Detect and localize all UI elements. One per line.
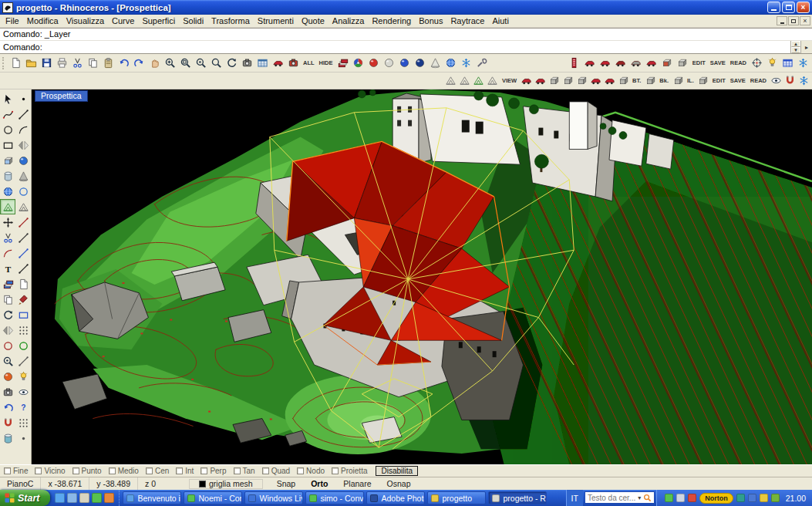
rhino-app-icon[interactable] [2,2,13,13]
mesh-a-button[interactable] [444,74,458,88]
select-tool[interactable] [0,91,15,106]
cube-row2-2-button[interactable] [561,74,574,88]
car-gray-button[interactable] [628,56,644,71]
car-red-4-button[interactable] [644,56,659,71]
curve-tool[interactable] [0,106,15,122]
osnap-int[interactable]: Int [176,467,194,475]
osnap-int-checkbox[interactable] [176,467,183,474]
snowflake-2-button[interactable] [795,56,810,71]
cube-row2-7-button[interactable] [696,74,710,88]
line-segment-tool[interactable] [15,214,31,230]
cube-row2-4-button[interactable] [616,74,630,88]
cylinder-tool[interactable] [0,168,15,184]
toolbar-grip[interactable] [2,57,5,69]
view-label[interactable]: VIEW [500,77,519,84]
rotate-tool[interactable] [0,307,15,322]
taskbar-task-progetto-folder[interactable]: progetto [427,491,486,504]
dimension-tool[interactable] [15,261,31,276]
mesh-box-tool[interactable] [15,199,31,214]
cube-gray-button[interactable] [675,56,690,71]
color-wheel-button[interactable] [351,56,366,71]
cube-red-button[interactable] [659,56,675,71]
taskbar-task-noemi[interactable]: Noemi - Con... [184,491,242,504]
command-history-spinner[interactable]: ▲▼ [790,41,800,53]
light-tool[interactable] [15,369,31,384]
read-label[interactable]: READ [728,59,749,66]
osnap-tan-checkbox[interactable] [234,467,241,474]
car-red-3-button[interactable] [613,56,628,71]
osnap-punto-checkbox[interactable] [72,467,79,474]
zoom-window-button[interactable] [177,56,193,71]
taskbar-task-adobe-photoshop[interactable]: Adobe Photo... [366,491,425,504]
sphere-tool[interactable] [15,153,31,168]
search-magnifier-icon[interactable] [643,494,652,502]
osnap-medio[interactable]: Medio [109,467,139,475]
mesh-tool[interactable] [0,199,15,214]
osnap-cen-checkbox[interactable] [146,467,153,474]
osnap-tan[interactable]: Tan [234,467,255,475]
paint-tool[interactable] [15,292,31,307]
viewport-title[interactable]: Prospettica [35,90,88,102]
cube-row2-5-button[interactable] [643,74,657,88]
help-tool[interactable]: ? [15,400,31,415]
statusbar-toggle-orto[interactable]: Orto [303,479,335,488]
cone-light-button[interactable] [428,56,443,71]
quicklaunch-show-desktop-icon[interactable] [79,493,89,503]
cplane-button[interactable]: PianoC [0,477,41,490]
menu-item-curve[interactable]: Curve [108,15,138,26]
proietta-checkbox[interactable] [332,467,339,474]
circle-green-tool[interactable] [15,338,31,353]
search-dropdown-arrow-icon[interactable]: ▾ [638,494,641,501]
norton-tray-badge[interactable]: Norton [699,493,733,504]
zoom-extents-button[interactable] [208,56,224,71]
tray-msn-icon[interactable] [665,494,673,502]
move-tool[interactable] [0,214,15,230]
menu-item-analizza[interactable]: Analizza [329,15,369,26]
lamp-button[interactable] [764,56,780,71]
quicklaunch-msn-icon[interactable] [92,493,102,503]
taskbar-clock[interactable]: 21.00 [786,494,806,503]
arc-tool[interactable] [15,122,31,137]
surface-box-tool[interactable] [0,153,15,168]
undo-tool[interactable] [0,400,15,415]
render-camera-button[interactable] [285,56,301,71]
start-button[interactable]: Start [0,490,50,506]
menu-item-raytrace[interactable]: Raytrace [446,15,488,26]
cube-row2-3-button[interactable] [574,74,588,88]
pan-button[interactable] [147,56,162,71]
snap-grid-tool[interactable] [15,415,31,430]
copy-tool[interactable] [0,292,15,307]
redo-button[interactable] [131,56,147,71]
properties-tool[interactable] [15,276,31,292]
menu-item-visualizza[interactable]: Visualizza [62,15,108,26]
child-minimize-button[interactable] [777,16,787,25]
mirror-2-tool[interactable] [0,322,15,338]
statusbar-toggle-snap[interactable]: Snap [269,479,304,488]
zoom-dynamic-button[interactable] [162,56,177,71]
bt-label[interactable]: BT. [630,77,643,84]
taskbar-task-benvenuto[interactable]: Benvenuto i... [123,491,181,504]
render-sphere-gray-button[interactable] [382,56,397,71]
scale-tool[interactable] [15,307,31,322]
chamfer-tool[interactable] [15,245,31,261]
menu-item-modifica[interactable]: Modifica [23,15,62,26]
torus-tool[interactable] [15,184,31,199]
tray-alert-icon[interactable] [688,494,696,502]
mesh-green-button[interactable] [472,74,486,88]
osnap-quad[interactable]: Quad [262,467,290,475]
menu-item-quote[interactable]: Quote [298,15,329,26]
save2-label[interactable]: SAVE [728,77,748,84]
pipe-tool[interactable] [0,430,15,446]
tray-shield-icon[interactable] [736,494,745,502]
tray-network-icon[interactable] [748,494,756,502]
read2-label[interactable]: READ [748,77,769,84]
car-row2-2-button[interactable] [533,74,547,88]
osnap-cen[interactable]: Cen [146,467,169,475]
osnap-perp[interactable]: Perp [200,467,226,475]
menu-item-file[interactable]: File [2,15,23,26]
hide-objects-button[interactable]: HIDE [317,59,335,66]
mirror-tool[interactable] [15,137,31,153]
osnap-perp-checkbox[interactable] [200,467,207,474]
desktop-search-input[interactable]: Testo da cer... [588,494,635,502]
show-tool[interactable] [15,384,31,400]
